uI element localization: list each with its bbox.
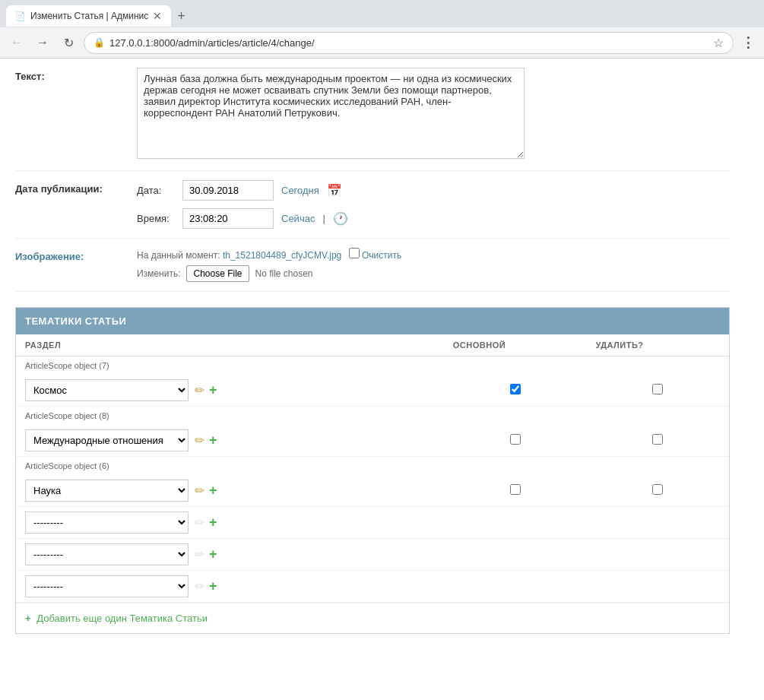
action-icons: ✏+: [195, 515, 217, 531]
text-row: Текст: Лунная база должна быть междунаро…: [15, 59, 730, 171]
browser-titlebar: 📄 Изменить Статья | Админис ✕ +: [0, 0, 764, 27]
inline-section-title: ТЕМАТИКИ СТАТЬИ: [25, 315, 126, 327]
add-icon[interactable]: +: [209, 515, 217, 531]
no-file-text: No file chosen: [255, 268, 313, 279]
lock-icon: 🔒: [94, 37, 105, 48]
time-label: Время:: [137, 213, 175, 224]
edit-icon[interactable]: ✏: [195, 483, 204, 498]
delete-checkbox[interactable]: [652, 384, 663, 394]
current-file-prefix: На данный момент:: [137, 250, 220, 261]
delete-checkbox[interactable]: [652, 484, 663, 495]
delete-cell: [586, 571, 729, 603]
pub-date-row: Дата публикации: Дата: Сегодня 📅 Время: …: [15, 171, 730, 239]
forward-button[interactable]: →: [32, 32, 53, 53]
now-button[interactable]: Сейчас: [281, 213, 315, 224]
clear-checkbox[interactable]: [349, 248, 360, 258]
delete-cell: [586, 507, 729, 539]
tab-title: Изменить Статья | Админис: [30, 11, 148, 21]
delete-checkbox[interactable]: [652, 434, 663, 445]
add-another-icon: +: [25, 613, 31, 624]
pub-date-label: Дата публикации:: [15, 180, 137, 229]
action-icons: ✏+: [195, 483, 217, 499]
edit-icon: ✏: [195, 515, 204, 530]
col-main-header: ОСНОВНОЙ: [444, 334, 587, 356]
new-tab-button[interactable]: +: [171, 8, 192, 24]
main-checkbox[interactable]: [510, 484, 521, 495]
main-cell: [444, 507, 587, 539]
table-row: ---------✏+: [16, 539, 729, 571]
scope-select[interactable]: Наука: [25, 480, 189, 502]
choose-file-button[interactable]: Choose File: [186, 265, 249, 282]
refresh-button[interactable]: ↻: [58, 32, 79, 53]
browser-toolbar: ← → ↻ 🔒 127.0.0.1:8000/admin/articles/ar…: [0, 27, 764, 58]
image-row: Изображение: На данный момент: th_152180…: [15, 239, 730, 292]
scope-select[interactable]: ---------: [25, 512, 189, 534]
clock-icon[interactable]: 🕐: [333, 211, 348, 226]
today-button[interactable]: Сегодня: [281, 185, 319, 196]
browser-tab[interactable]: 📄 Изменить Статья | Админис ✕: [6, 5, 171, 27]
edit-icon[interactable]: ✏: [195, 433, 204, 448]
section-cell: ---------✏+: [16, 571, 444, 602]
edit-icon[interactable]: ✏: [195, 383, 204, 398]
change-file-label: Изменить:: [137, 268, 180, 279]
date-input[interactable]: [182, 180, 274, 201]
image-field: На данный момент: th_1521804489_cfyJCMV.…: [137, 248, 730, 282]
table-row: Международные отношения✏+: [16, 425, 729, 457]
add-another-row: + Добавить еще один Тематика Статьи: [16, 603, 729, 633]
add-another-link[interactable]: + Добавить еще один Тематика Статьи: [25, 613, 208, 624]
add-icon[interactable]: +: [209, 546, 217, 562]
edit-icon: ✏: [195, 547, 204, 562]
back-button[interactable]: ←: [6, 32, 27, 53]
object-label: ArticleScope object (7): [16, 356, 729, 375]
section-cell: Космос✏+: [16, 375, 444, 406]
add-icon[interactable]: +: [209, 432, 217, 448]
date-row: Дата: Сегодня 📅: [137, 180, 730, 201]
calendar-icon[interactable]: 📅: [327, 183, 342, 198]
inline-section: ТЕМАТИКИ СТАТЬИ РАЗДЕЛ ОСНОВНОЙ УДАЛИТЬ?…: [15, 307, 730, 634]
time-input[interactable]: [182, 208, 274, 229]
add-icon[interactable]: +: [209, 483, 217, 499]
add-icon[interactable]: +: [209, 578, 217, 594]
address-bar[interactable]: 🔒 127.0.0.1:8000/admin/articles/article/…: [84, 32, 734, 54]
add-icon[interactable]: +: [209, 382, 217, 398]
tab-close-button[interactable]: ✕: [153, 11, 162, 21]
current-file-link[interactable]: th_1521804489_cfyJCMV.jpg: [223, 250, 341, 261]
main-checkbox[interactable]: [510, 434, 521, 445]
main-cell: [444, 475, 587, 507]
main-cell: [444, 375, 587, 407]
inline-header: ТЕМАТИКИ СТАТЬИ: [16, 308, 729, 334]
text-label: Текст:: [15, 68, 137, 161]
text-textarea[interactable]: Лунная база должна быть международным пр…: [137, 68, 525, 159]
action-icons: ✏+: [195, 578, 217, 594]
action-icons: ✏+: [195, 382, 217, 398]
table-row: ---------✏+: [16, 507, 729, 539]
time-row: Время: Сейчас | 🕐: [137, 208, 730, 229]
scope-select[interactable]: ---------: [25, 575, 189, 597]
date-label: Дата:: [137, 185, 175, 196]
main-checkbox[interactable]: [510, 384, 521, 394]
section-cell: ---------✏+: [16, 539, 444, 570]
section-cell: ---------✏+: [16, 507, 444, 538]
bookmark-icon[interactable]: ☆: [713, 36, 724, 50]
scope-select[interactable]: Международные отношения: [25, 429, 189, 451]
add-another-label: Добавить еще один Тематика Статьи: [36, 613, 208, 624]
delete-cell: [586, 539, 729, 571]
table-row: ---------✏+: [16, 571, 729, 603]
object-label-row: ArticleScope object (6): [16, 457, 729, 476]
scope-select[interactable]: ---------: [25, 543, 189, 565]
scope-select[interactable]: Космос: [25, 379, 189, 401]
tab-page-icon: 📄: [15, 11, 26, 21]
section-cell: Наука✏+: [16, 475, 444, 506]
page-content: Текст: Лунная база должна быть междунаро…: [0, 59, 764, 700]
table-row: Наука✏+: [16, 475, 729, 507]
clear-label[interactable]: Очистить: [362, 250, 401, 261]
section-cell: Международные отношения✏+: [16, 425, 444, 456]
action-icons: ✏+: [195, 432, 217, 448]
table-header-row: РАЗДЕЛ ОСНОВНОЙ УДАЛИТЬ?: [16, 334, 729, 356]
object-label: ArticleScope object (6): [16, 457, 729, 476]
col-delete-header: УДАЛИТЬ?: [586, 334, 729, 356]
menu-icon[interactable]: ⋮: [738, 34, 758, 51]
change-file-row: Изменить: Choose File No file chosen: [137, 265, 730, 282]
delete-cell: [586, 425, 729, 457]
object-label-row: ArticleScope object (7): [16, 356, 729, 375]
